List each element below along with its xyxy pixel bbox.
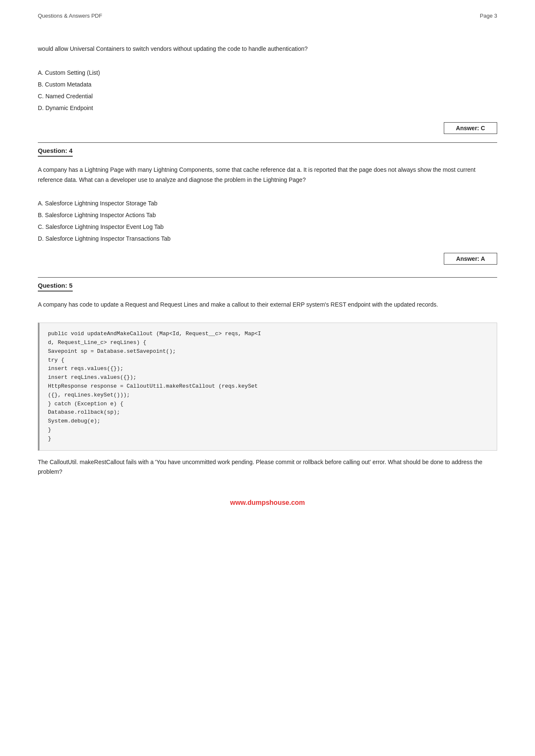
answer4-area: Answer: A bbox=[38, 253, 497, 265]
answer4-text: Answer: A bbox=[444, 253, 497, 265]
divider4 bbox=[38, 142, 497, 143]
question4-block: Question: 4 A company has a Lightning Pa… bbox=[38, 142, 497, 265]
page-header: Questions & Answers PDF Page 3 bbox=[38, 13, 497, 19]
header-left: Questions & Answers PDF bbox=[38, 13, 102, 19]
option-b: B. Custom Metadata bbox=[38, 79, 497, 90]
divider5 bbox=[38, 277, 497, 278]
question3-options: A. Custom Setting (List) B. Custom Metad… bbox=[38, 67, 497, 114]
q4-option-a: A. Salesforce Lightning Inspector Storag… bbox=[38, 197, 497, 209]
footer-url: www.dumpshouse.com bbox=[0, 499, 535, 507]
answer3-area: Answer: C bbox=[38, 122, 497, 134]
question5-block: Question: 5 A company has code to update… bbox=[38, 277, 497, 477]
option-c: C. Named Credential bbox=[38, 90, 497, 102]
q4-option-d: D. Salesforce Lightning Inspector Transa… bbox=[38, 233, 497, 244]
question4-options: A. Salesforce Lightning Inspector Storag… bbox=[38, 197, 497, 244]
header-right: Page 3 bbox=[480, 13, 497, 19]
question5-after-text: The CalloutUtil. makeRestCallout fails w… bbox=[38, 457, 497, 478]
q4-option-b: B. Salesforce Lightning Inspector Action… bbox=[38, 209, 497, 221]
question4-text: A company has a Lightning Page with many… bbox=[38, 165, 497, 185]
option-d: D. Dynamic Endpoint bbox=[38, 102, 497, 114]
question5-label: Question: 5 bbox=[38, 282, 73, 291]
option-a: A. Custom Setting (List) bbox=[38, 67, 497, 79]
question5-text: A company has code to update a Request a… bbox=[38, 300, 497, 310]
intro-text: would allow Universal Containers to swit… bbox=[38, 44, 497, 54]
code-block: public void updateAndMakeCallout (Map<Id… bbox=[38, 323, 497, 450]
q4-option-c: C. Salesforce Lightning Inspector Event … bbox=[38, 221, 497, 233]
question4-label: Question: 4 bbox=[38, 147, 73, 157]
answer3-text: Answer: C bbox=[444, 122, 497, 134]
